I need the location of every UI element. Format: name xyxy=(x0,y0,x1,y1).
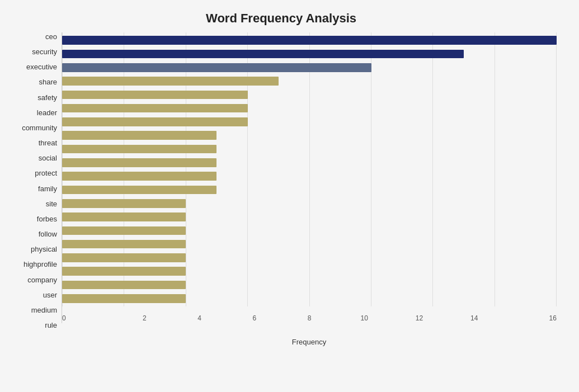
y-label-threat: threat xyxy=(6,139,62,147)
bar-row-share xyxy=(62,74,557,88)
y-label-protect: protect xyxy=(6,169,62,177)
chart-container: Word Frequency Analysis ceosecurityexecu… xyxy=(0,0,579,392)
chart-title: Word Frequency Analysis xyxy=(6,11,557,26)
y-label-company: company xyxy=(6,276,62,284)
bar-security xyxy=(62,50,464,59)
y-label-social: social xyxy=(6,154,62,162)
x-tick-12: 12 xyxy=(392,314,446,322)
bar-share xyxy=(62,77,279,86)
bar-forbes xyxy=(62,199,186,208)
bar-follow xyxy=(62,212,186,221)
y-label-forbes: forbes xyxy=(6,215,62,223)
y-label-rule: rule xyxy=(6,321,62,329)
x-tick-4: 4 xyxy=(172,314,227,322)
x-tick-8: 8 xyxy=(282,314,337,322)
x-tick-14: 14 xyxy=(447,314,502,322)
bar-ceo xyxy=(62,36,557,45)
grid-and-bars: 0246810121416 xyxy=(62,32,557,323)
bar-safety xyxy=(62,91,248,100)
bar-row-social xyxy=(62,142,557,155)
plot-area: 0246810121416 Frequency xyxy=(62,32,557,346)
x-tick-10: 10 xyxy=(337,314,392,322)
bar-row-rule xyxy=(62,292,557,305)
bar-row-family xyxy=(62,169,557,183)
y-label-follow: follow xyxy=(6,230,62,238)
y-label-user: user xyxy=(6,291,62,299)
bar-row-highprofile xyxy=(62,237,557,251)
y-label-security: security xyxy=(6,48,62,56)
y-label-ceo: ceo xyxy=(6,32,62,41)
y-label-executive: executive xyxy=(6,63,62,71)
x-tick-2: 2 xyxy=(117,314,172,322)
bar-row-medium xyxy=(62,278,557,291)
chart-area: ceosecurityexecutivesharesafetyleadercom… xyxy=(6,32,557,346)
bar-user xyxy=(62,267,186,276)
bar-site xyxy=(62,186,216,195)
bar-row-site xyxy=(62,183,557,196)
x-tick-6: 6 xyxy=(227,314,282,322)
bar-row-protect xyxy=(62,156,557,169)
y-label-site: site xyxy=(6,200,62,208)
bar-row-user xyxy=(62,265,557,278)
bar-rule xyxy=(62,294,186,303)
y-label-share: share xyxy=(6,78,62,86)
y-label-leader: leader xyxy=(6,108,62,117)
bar-row-company xyxy=(62,251,557,265)
y-label-physical: physical xyxy=(6,245,62,253)
bar-row-ceo xyxy=(62,34,557,47)
y-label-medium: medium xyxy=(6,306,62,314)
bar-row-forbes xyxy=(62,197,557,210)
bar-company xyxy=(62,253,186,262)
y-axis: ceosecurityexecutivesharesafetyleadercom… xyxy=(6,32,62,346)
x-tick-16: 16 xyxy=(502,314,557,322)
bar-row-leader xyxy=(62,101,557,115)
bar-row-executive xyxy=(62,61,557,74)
y-label-family: family xyxy=(6,185,62,193)
bar-executive xyxy=(62,63,371,72)
bar-community xyxy=(62,117,248,126)
x-axis-labels: 0246810121416 xyxy=(62,311,557,323)
bar-family xyxy=(62,172,216,181)
bar-leader xyxy=(62,104,248,113)
bar-physical xyxy=(62,226,186,235)
bar-row-safety xyxy=(62,88,557,101)
bar-row-community xyxy=(62,115,557,129)
x-axis-title: Frequency xyxy=(62,338,557,346)
bar-row-security xyxy=(62,47,557,60)
y-label-highprofile: highprofile xyxy=(6,260,62,268)
bar-social xyxy=(62,145,216,154)
y-label-safety: safety xyxy=(6,93,62,102)
bar-threat xyxy=(62,131,216,140)
bar-medium xyxy=(62,281,186,290)
bars-container xyxy=(62,32,557,306)
bar-row-threat xyxy=(62,129,557,142)
y-label-community: community xyxy=(6,124,62,132)
bar-protect xyxy=(62,158,216,167)
x-tick-0: 0 xyxy=(62,314,117,322)
bar-row-physical xyxy=(62,224,557,237)
bar-highprofile xyxy=(62,240,186,249)
bar-row-follow xyxy=(62,210,557,224)
